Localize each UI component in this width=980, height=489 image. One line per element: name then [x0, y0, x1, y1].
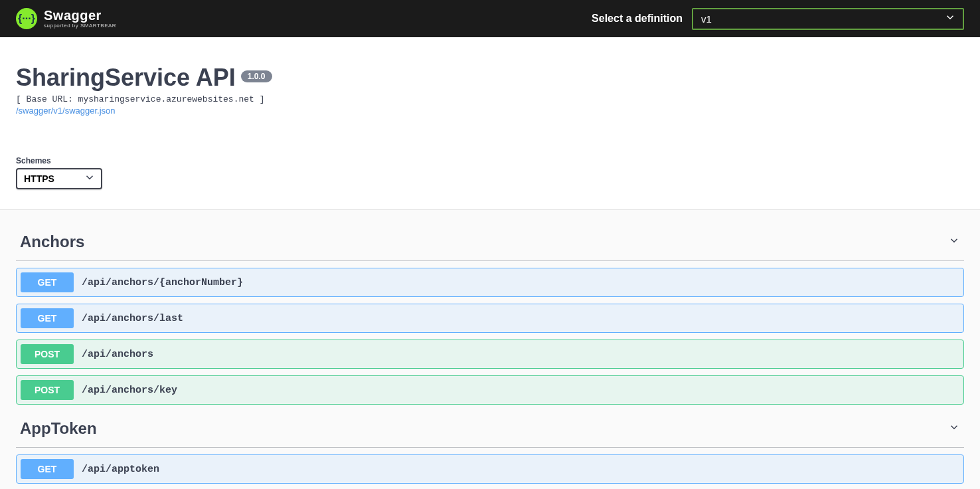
operation-path: /api/anchors/last: [74, 313, 183, 324]
operation-row[interactable]: GET/api/anchors/{anchorNumber}: [16, 268, 964, 297]
schemes-section: Schemes HTTPS: [16, 156, 964, 189]
schemes-select[interactable]: HTTPS: [16, 168, 102, 189]
chevron-down-icon: [948, 235, 960, 249]
base-url: [ Base URL: mysharingservice.azurewebsit…: [16, 94, 964, 104]
swagger-sub-brand: supported by SMARTBEAR: [44, 23, 116, 29]
chevron-down-icon: [948, 421, 960, 436]
swagger-brand-text-wrap: Swagger supported by SMARTBEAR: [44, 9, 116, 29]
tag-title: Anchors: [20, 233, 84, 251]
swagger-brand-text: Swagger: [44, 9, 116, 22]
schemes-select-wrap: HTTPS: [16, 168, 102, 189]
swagger-logo-icon: {···}: [16, 8, 37, 29]
method-badge: GET: [21, 272, 74, 292]
tag-title: AppToken: [20, 419, 97, 438]
schemes-label: Schemes: [16, 156, 964, 165]
tag-header[interactable]: Anchors: [16, 223, 964, 261]
method-badge: GET: [21, 459, 74, 479]
operation-path: /api/anchors/{anchorNumber}: [74, 277, 243, 288]
version-badge: 1.0.0: [241, 70, 272, 82]
method-badge: POST: [21, 344, 74, 364]
operations-area: AnchorsGET/api/anchors/{anchorNumber}GET…: [0, 209, 980, 489]
operation-path: /api/anchors/key: [74, 385, 177, 396]
tag-header[interactable]: AppToken: [16, 410, 964, 448]
operation-row[interactable]: GET/api/apptoken: [16, 454, 964, 484]
definition-select-wrap: v1: [692, 8, 964, 30]
operation-row[interactable]: POST/api/anchors: [16, 340, 964, 369]
topbar-brand: {···} Swagger supported by SMARTBEAR: [16, 8, 116, 29]
method-badge: GET: [21, 308, 74, 328]
swagger-json-link[interactable]: /swagger/v1/swagger.json: [16, 106, 116, 116]
operation-row[interactable]: POST/api/anchors/key: [16, 375, 964, 405]
operation-row[interactable]: GET/api/anchors/last: [16, 304, 964, 333]
select-definition-label: Select a definition: [592, 13, 683, 25]
definition-select[interactable]: v1: [692, 8, 964, 30]
topbar: {···} Swagger supported by SMARTBEAR Sel…: [0, 0, 980, 37]
api-title: SharingService API: [16, 64, 236, 92]
info-section: SharingService API 1.0.0 [ Base URL: mys…: [0, 37, 980, 209]
operation-path: /api/apptoken: [74, 464, 159, 475]
api-title-row: SharingService API 1.0.0: [16, 64, 964, 92]
operation-path: /api/anchors: [74, 349, 153, 360]
method-badge: POST: [21, 380, 74, 400]
definition-selector-wrap: Select a definition v1: [592, 8, 964, 30]
